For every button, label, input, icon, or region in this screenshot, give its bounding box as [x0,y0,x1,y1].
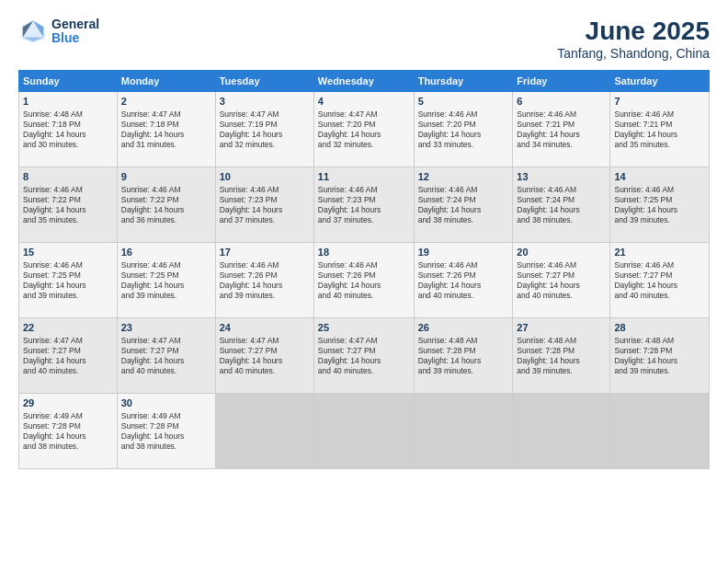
cell-info-line: Daylight: 14 hours [318,130,410,140]
cell-info-line: Sunset: 7:20 PM [418,120,509,130]
day-number: 5 [418,95,509,108]
weekday-header-wednesday: Wednesday [313,71,414,92]
logo: General Blue [18,17,99,46]
day-number: 22 [23,321,113,334]
week-row-4: 22Sunrise: 4:47 AMSunset: 7:27 PMDayligh… [19,318,710,394]
cell-info-line: and 38 minutes. [23,442,113,452]
calendar-cell: 11Sunrise: 4:46 AMSunset: 7:23 PMDayligh… [313,167,414,243]
cell-info-line: Daylight: 14 hours [121,130,211,140]
cell-info-line: Daylight: 14 hours [121,205,211,215]
calendar-cell: 6Sunrise: 4:46 AMSunset: 7:21 PMDaylight… [513,92,610,167]
day-number: 3 [220,95,310,108]
cell-info-line: and 40 minutes. [220,366,310,376]
day-number: 28 [614,321,705,334]
cell-info-line: Sunrise: 4:49 AM [23,411,113,421]
day-number: 10 [220,170,310,183]
cell-info-line: Daylight: 14 hours [121,356,211,366]
cell-info-line: Daylight: 14 hours [318,205,410,215]
cell-info-line: Daylight: 14 hours [318,281,410,291]
cell-info-line: Sunrise: 4:47 AM [23,336,113,346]
cell-info-line: and 39 minutes. [220,291,310,301]
calendar-cell: 26Sunrise: 4:48 AMSunset: 7:28 PMDayligh… [414,318,513,394]
calendar-cell: 4Sunrise: 4:47 AMSunset: 7:20 PMDaylight… [313,92,414,167]
cell-info-line: Sunrise: 4:46 AM [23,185,113,195]
cell-info-line: and 36 minutes. [121,215,211,225]
cell-info-line: Sunset: 7:25 PM [614,195,705,205]
calendar-cell: 12Sunrise: 4:46 AMSunset: 7:24 PMDayligh… [414,167,513,243]
week-row-3: 15Sunrise: 4:46 AMSunset: 7:25 PMDayligh… [19,243,710,318]
cell-info-line: Sunrise: 4:46 AM [418,185,509,195]
day-number: 18 [318,246,410,259]
weekday-header-monday: Monday [117,71,215,92]
cell-info-line: Sunset: 7:27 PM [23,346,113,356]
calendar: SundayMondayTuesdayWednesdayThursdayFrid… [18,70,710,469]
cell-info-line: Daylight: 14 hours [418,205,509,215]
cell-info-line: Sunrise: 4:46 AM [614,109,705,120]
calendar-cell: 22Sunrise: 4:47 AMSunset: 7:27 PMDayligh… [19,318,118,394]
day-number: 24 [220,321,310,334]
month-title: June 2025 [557,17,710,46]
calendar-cell [215,394,313,469]
cell-info-line: Daylight: 14 hours [23,431,113,442]
cell-info-line: and 32 minutes. [318,140,410,150]
cell-info-line: Sunrise: 4:46 AM [121,185,211,195]
cell-info-line: Daylight: 14 hours [220,130,310,140]
week-row-2: 8Sunrise: 4:46 AMSunset: 7:22 PMDaylight… [19,167,710,243]
day-number: 1 [23,95,113,108]
cell-info-line: Sunset: 7:22 PM [23,195,113,205]
day-number: 7 [614,95,705,108]
cell-info-line: and 40 minutes. [23,366,113,376]
cell-info-line: Daylight: 14 hours [121,281,211,291]
week-row-5: 29Sunrise: 4:49 AMSunset: 7:28 PMDayligh… [19,394,710,469]
location-title: Tanfang, Shandong, China [557,46,710,61]
cell-info-line: Sunrise: 4:46 AM [614,185,705,195]
day-number: 29 [23,396,113,409]
cell-info-line: Daylight: 14 hours [220,205,310,215]
logo-icon [18,17,48,46]
calendar-cell: 21Sunrise: 4:46 AMSunset: 7:27 PMDayligh… [610,243,710,318]
cell-info-line: Sunrise: 4:46 AM [121,260,211,270]
cell-info-line: Daylight: 14 hours [23,130,113,140]
cell-info-line: Sunset: 7:27 PM [318,346,410,356]
cell-info-line: and 35 minutes. [614,140,705,150]
cell-info-line: Sunrise: 4:46 AM [517,260,606,270]
day-number: 27 [517,321,606,334]
cell-info-line: Sunrise: 4:47 AM [318,109,410,120]
cell-info-line: and 40 minutes. [318,366,410,376]
cell-info-line: and 39 minutes. [121,291,211,301]
cell-info-line: Sunset: 7:27 PM [517,270,606,281]
cell-info-line: Sunrise: 4:48 AM [614,336,705,346]
calendar-cell: 29Sunrise: 4:49 AMSunset: 7:28 PMDayligh… [19,394,118,469]
title-area: June 2025 Tanfang, Shandong, China [557,17,710,61]
cell-info-line: and 30 minutes. [23,140,113,150]
cell-info-line: Daylight: 14 hours [23,205,113,215]
calendar-cell: 10Sunrise: 4:46 AMSunset: 7:23 PMDayligh… [215,167,313,243]
cell-info-line: Daylight: 14 hours [418,281,509,291]
calendar-cell: 5Sunrise: 4:46 AMSunset: 7:20 PMDaylight… [414,92,513,167]
cell-info-line: and 38 minutes. [517,215,606,225]
cell-info-line: Sunset: 7:28 PM [418,346,509,356]
day-number: 9 [121,170,211,183]
day-number: 11 [318,170,410,183]
cell-info-line: and 40 minutes. [614,291,705,301]
cell-info-line: and 32 minutes. [220,140,310,150]
cell-info-line: Sunrise: 4:46 AM [517,185,606,195]
calendar-cell: 3Sunrise: 4:47 AMSunset: 7:19 PMDaylight… [215,92,313,167]
logo-blue: Blue [51,31,99,45]
calendar-cell: 27Sunrise: 4:48 AMSunset: 7:28 PMDayligh… [513,318,610,394]
day-number: 19 [418,246,509,259]
cell-info-line: Sunset: 7:28 PM [517,346,606,356]
cell-info-line: Sunrise: 4:48 AM [23,109,113,120]
cell-info-line: and 33 minutes. [418,140,509,150]
calendar-cell: 23Sunrise: 4:47 AMSunset: 7:27 PMDayligh… [117,318,215,394]
cell-info-line: and 39 minutes. [614,366,705,376]
cell-info-line: Sunset: 7:28 PM [121,421,211,431]
cell-info-line: Sunrise: 4:46 AM [220,185,310,195]
day-number: 4 [318,95,410,108]
calendar-cell [414,394,513,469]
calendar-cell: 25Sunrise: 4:47 AMSunset: 7:27 PMDayligh… [313,318,414,394]
logo-general: General [51,17,99,31]
day-number: 14 [614,170,705,183]
cell-info-line: Sunrise: 4:47 AM [318,336,410,346]
day-number: 8 [23,170,113,183]
